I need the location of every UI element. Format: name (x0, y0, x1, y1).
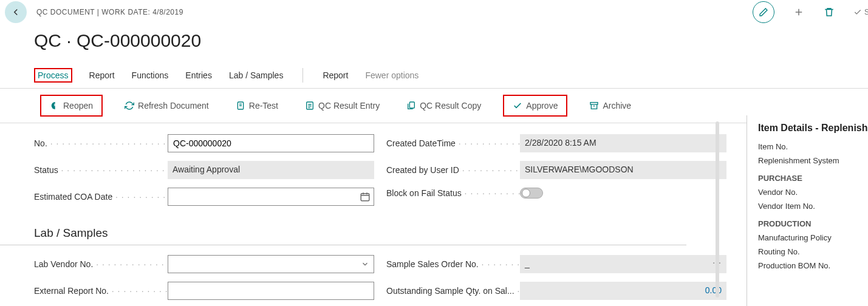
input-coa-date[interactable] (168, 188, 374, 206)
label-status: Status (34, 165, 168, 175)
input-no[interactable] (168, 134, 374, 152)
svg-rect-4 (361, 194, 369, 201)
section-lab-samples-title: Lab / Samples (0, 214, 686, 245)
delete-button[interactable] (823, 6, 835, 18)
action-label: Archive (603, 101, 631, 110)
saved-indicator: SA (853, 8, 868, 16)
result-copy-icon (406, 101, 416, 110)
select-lab-vendor[interactable] (168, 255, 374, 273)
toggle-block-fail[interactable] (520, 188, 543, 199)
plus-icon (793, 7, 804, 18)
value-created-by: SILVERWARE\MGOODSON (520, 161, 726, 179)
actions-row: Reopen Refresh Document Re-Test QC Resul… (0, 89, 868, 123)
side-panel-title: Item Details - Replenish (758, 123, 862, 134)
breadcrumb: QC DOCUMENT | WORK DATE: 4/8/2019 (36, 8, 183, 16)
label-block-fail: Block on Fail Status (386, 188, 520, 198)
result-entry-icon (305, 101, 315, 110)
label-coa-date: Estimated COA Date (34, 192, 168, 202)
pencil-icon (759, 7, 768, 17)
new-button[interactable] (793, 6, 805, 18)
side-repl-system: Replenishment System (758, 156, 862, 165)
svg-rect-2 (409, 102, 414, 108)
toggle-knob (522, 189, 530, 197)
calendar-icon[interactable] (360, 191, 371, 202)
reopen-icon (50, 101, 60, 110)
archive-icon (589, 101, 599, 110)
trash-icon (824, 7, 835, 18)
fewer-options[interactable]: Fewer options (365, 64, 419, 86)
chevron-down-icon[interactable] (361, 260, 369, 270)
saved-label: SA (864, 8, 868, 16)
action-archive[interactable]: Archive (584, 97, 636, 114)
side-panel: Item Details - Replenish Item No. Replen… (747, 115, 868, 306)
action-retest[interactable]: Re-Test (231, 97, 283, 114)
side-group-production: PRODUCTION (758, 219, 862, 228)
value-created-dt: 2/28/2020 8:15 AM (520, 134, 726, 152)
action-label: Re-Test (249, 101, 278, 110)
side-prod-bom-no: Production BOM No. (758, 261, 862, 270)
arrow-left-icon (10, 7, 21, 18)
svg-rect-3 (590, 103, 598, 104)
tab-entries[interactable]: Entries (185, 64, 212, 86)
action-label: Approve (526, 101, 558, 110)
tab-report-2[interactable]: Report (323, 64, 348, 86)
value-status: Awaiting Approval (168, 161, 374, 179)
page-title: QC · QC-000000020 (0, 24, 868, 62)
side-mfg-policy: Manufacturing Policy (758, 233, 862, 242)
value-sample-so: _ ··· (520, 255, 726, 273)
input-external-report[interactable] (168, 282, 374, 300)
label-external-report: External Report No. (34, 286, 168, 296)
label-created-dt: Created DateTime (386, 138, 520, 148)
value-outstanding-qty: 0.00 (520, 282, 726, 300)
label-sample-so: Sample Sales Order No. (386, 259, 520, 269)
label-no: No. (34, 138, 168, 148)
side-vendor-no: Vendor No. (758, 188, 862, 197)
tab-process[interactable]: Process (38, 64, 69, 86)
scrollbar[interactable] (716, 121, 719, 298)
retest-icon (236, 101, 245, 110)
action-approve[interactable]: Approve (508, 97, 562, 114)
edit-button[interactable] (753, 1, 774, 23)
side-item-no: Item No. (758, 142, 862, 151)
refresh-icon (125, 101, 134, 110)
action-result-entry[interactable]: QC Result Entry (300, 97, 384, 114)
action-reopen[interactable]: Reopen (45, 97, 98, 114)
label-created-by: Created by User ID (386, 165, 520, 175)
tab-separator (302, 68, 303, 83)
tabs-row: Process Report Functions Entries Lab / S… (0, 62, 868, 89)
check-icon (853, 8, 862, 16)
action-refresh[interactable]: Refresh Document (120, 97, 214, 114)
approve-icon (513, 101, 522, 110)
tab-lab-samples[interactable]: Lab / Samples (229, 64, 284, 86)
side-group-purchase: PURCHASE (758, 174, 862, 183)
action-label: QC Result Entry (318, 101, 380, 110)
tab-report-1[interactable]: Report (89, 64, 115, 86)
tab-functions[interactable]: Functions (132, 64, 169, 86)
action-result-copy[interactable]: QC Result Copy (402, 97, 486, 114)
action-label: Reopen (63, 101, 93, 110)
label-outstanding-qty: Outstanding Sample Qty. on Sal... (386, 286, 520, 296)
action-label: QC Result Copy (420, 101, 481, 110)
label-lab-vendor: Lab Vendor No. (34, 259, 168, 269)
side-routing-no: Routing No. (758, 247, 862, 256)
action-label: Refresh Document (138, 101, 209, 110)
side-vendor-item-no: Vendor Item No. (758, 202, 862, 211)
back-button[interactable] (5, 1, 27, 23)
